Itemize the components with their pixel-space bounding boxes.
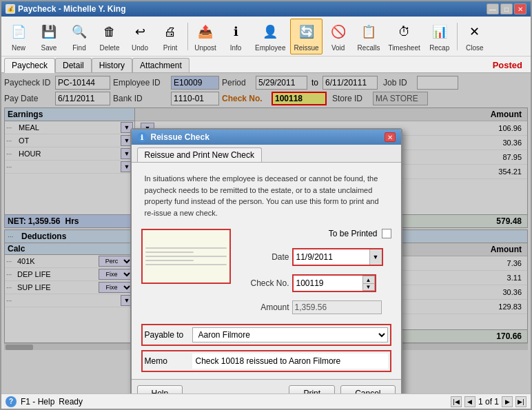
modal-info-icon: ℹ: [137, 132, 147, 142]
check-no-spinners: ▲ ▼: [362, 276, 375, 291]
delete-label: Delete: [100, 44, 120, 52]
memo-label: Memo: [145, 356, 190, 366]
date-input[interactable]: [294, 249, 369, 265]
unpost-label: Unpost: [194, 44, 216, 52]
window-title: Paycheck - Michelle Y. King: [18, 4, 126, 14]
recap-button[interactable]: 📊 Recap: [425, 19, 454, 54]
modal-print-button[interactable]: Print: [289, 385, 335, 393]
help-icon: ?: [6, 396, 17, 407]
undo-label: Undo: [132, 44, 148, 52]
check-line-3: [145, 256, 227, 257]
modal-fields: To be Printed Date ▼: [245, 229, 391, 320]
new-label: New: [12, 44, 25, 52]
check-no-spin-up[interactable]: ▲: [362, 276, 375, 283]
nav-first-button[interactable]: |◀: [451, 396, 462, 407]
title-bar-left: 💰 Paycheck - Michelle Y. King: [6, 4, 126, 14]
find-button[interactable]: 🔍 Find: [65, 19, 94, 54]
employee-label: Employee: [255, 44, 285, 52]
to-be-printed-label: To be Printed: [329, 229, 378, 238]
modal-check-no-row: Check No. ▲ ▼: [245, 274, 391, 292]
modal-overlay: ℹ Reissue Check ✕ Reissue and Print New …: [1, 73, 531, 393]
find-label: Find: [72, 44, 85, 52]
timesheet-icon: ⏱: [393, 21, 416, 43]
reissue-button[interactable]: 🔄 Reissue: [290, 19, 322, 54]
recalls-icon: 📋: [358, 21, 380, 43]
help-text: F1 - Help: [21, 397, 54, 407]
window-controls[interactable]: — □ ✕: [487, 3, 526, 14]
to-be-printed-row: To be Printed: [245, 229, 391, 238]
modal-body: In situations where the employee is dece…: [132, 163, 401, 379]
void-button[interactable]: 🚫 Void: [324, 19, 353, 54]
help-button[interactable]: Help: [137, 385, 183, 393]
check-line-1: [145, 247, 227, 249]
unpost-button[interactable]: 📤 Unpost: [191, 19, 220, 54]
status-bar-left: ? F1 - Help Ready: [6, 396, 83, 407]
status-badge: Posted: [493, 60, 528, 70]
date-label: Date: [245, 252, 289, 262]
save-button[interactable]: 💾 Save: [34, 19, 63, 54]
title-bar: 💰 Paycheck - Michelle Y. King — □ ✕: [1, 1, 531, 17]
to-be-printed-checkbox[interactable]: [382, 229, 391, 238]
close-label: Close: [466, 44, 484, 52]
toolbar-separator-2: [457, 23, 458, 50]
tabs-row: Paycheck Detail History Attachment Poste…: [1, 57, 531, 73]
recap-label: Recap: [429, 44, 449, 52]
modal-tab-reissue[interactable]: Reissue and Print New Check: [137, 147, 262, 162]
tab-detail[interactable]: Detail: [55, 58, 92, 72]
toolbar: 📄 New 💾 Save 🔍 Find 🗑 Delete ↩ Undo 🖨 Pr…: [1, 17, 531, 57]
info-icon: ℹ: [225, 21, 247, 43]
modal-title-left: ℹ Reissue Check: [137, 132, 209, 142]
modal-title-bar: ℹ Reissue Check ✕: [132, 130, 401, 145]
info-button[interactable]: ℹ Info: [221, 19, 250, 54]
payable-to-select[interactable]: Aaron Filmore: [192, 327, 388, 342]
close-icon: ✕: [464, 21, 486, 43]
modal-title: Reissue Check: [151, 132, 209, 142]
minimize-button[interactable]: —: [487, 3, 499, 14]
print-button[interactable]: 🖨 Print: [156, 19, 185, 54]
reissue-label: Reissue: [294, 44, 318, 52]
print-icon: 🖨: [159, 21, 181, 43]
date-dropdown-btn[interactable]: ▼: [369, 249, 382, 265]
tab-attachment[interactable]: Attachment: [132, 58, 190, 72]
app-icon: 💰: [6, 4, 15, 14]
timesheet-button[interactable]: ⏱ Timesheet: [385, 19, 423, 54]
check-no-input-modal[interactable]: [294, 276, 362, 291]
page-info: 1 of 1: [478, 397, 499, 407]
check-preview: [141, 229, 231, 284]
reissue-check-modal: ℹ Reissue Check ✕ Reissue and Print New …: [130, 128, 402, 393]
status-bar: ? F1 - Help Ready |◀ ◀ 1 of 1 ▶ ▶|: [1, 393, 531, 409]
toolbar-separator: [187, 23, 188, 50]
modal-tabs: Reissue and Print New Check: [132, 145, 401, 163]
ready-text: Ready: [59, 397, 83, 407]
save-icon: 💾: [38, 21, 60, 43]
check-line-4: [145, 260, 194, 261]
memo-input[interactable]: [192, 353, 388, 369]
nav-next-button[interactable]: ▶: [502, 396, 513, 407]
modal-footer: Help Print Cancel: [132, 379, 401, 393]
employee-button[interactable]: 👤 Employee: [252, 19, 289, 54]
payable-to-label: Payable to: [145, 330, 190, 340]
new-button[interactable]: 📄 New: [4, 19, 33, 54]
unpost-icon: 📤: [194, 21, 216, 43]
close-button[interactable]: ✕ Close: [460, 19, 489, 54]
tab-history[interactable]: History: [92, 58, 132, 72]
nav-last-button[interactable]: ▶|: [515, 396, 526, 407]
recalls-button[interactable]: 📋 Recalls: [354, 19, 384, 54]
window-close-button[interactable]: ✕: [514, 3, 526, 14]
delete-button[interactable]: 🗑 Delete: [95, 19, 124, 54]
cancel-button[interactable]: Cancel: [340, 385, 395, 393]
modal-amount-row: Amount: [245, 300, 391, 314]
modal-close-button[interactable]: ✕: [385, 132, 396, 142]
delete-icon: 🗑: [99, 21, 121, 43]
undo-button[interactable]: ↩ Undo: [125, 19, 154, 54]
nav-prev-button[interactable]: ◀: [464, 396, 475, 407]
tab-paycheck[interactable]: Paycheck: [4, 58, 55, 73]
check-line-2: [145, 252, 194, 253]
date-field-wrapper: ▼: [292, 248, 383, 266]
check-no-label-modal: Check No.: [245, 278, 289, 288]
maximize-button[interactable]: □: [500, 3, 513, 14]
amount-input-modal: [292, 300, 382, 314]
main-content: Paycheck ID Employee ID Period to Job ID…: [1, 73, 531, 393]
check-no-spin-down[interactable]: ▼: [362, 283, 375, 291]
find-icon: 🔍: [68, 21, 90, 43]
